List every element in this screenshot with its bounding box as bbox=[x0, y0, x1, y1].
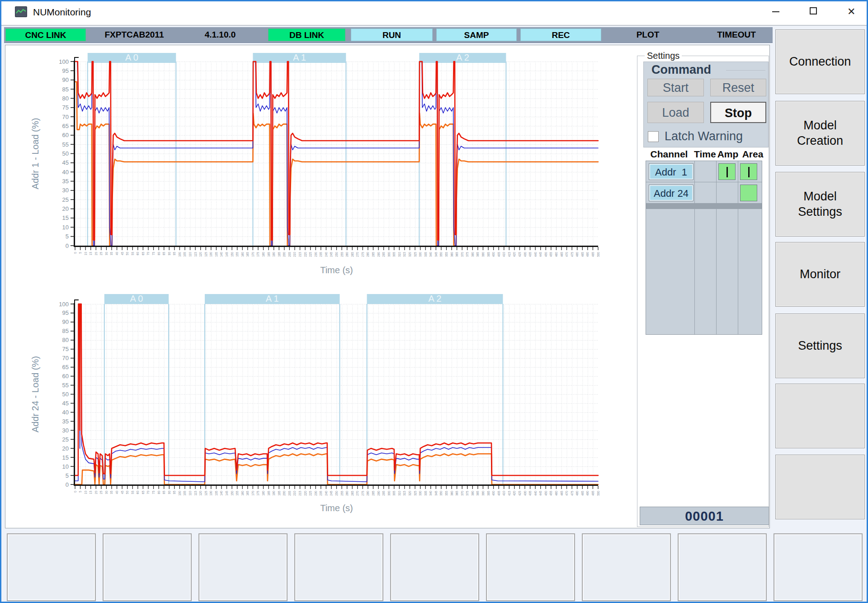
svg-text:485: 485 bbox=[581, 252, 584, 257]
svg-text:275: 275 bbox=[361, 252, 364, 257]
svg-text:175: 175 bbox=[256, 491, 259, 496]
status-bar: CNC LINKFXPTCAB20114.1.10.0DB LINKRUNSAM… bbox=[4, 27, 773, 43]
svg-text:75: 75 bbox=[62, 104, 69, 111]
svg-text:45: 45 bbox=[121, 491, 124, 494]
nav-button-settings[interactable]: Settings bbox=[775, 313, 865, 378]
svg-text:40: 40 bbox=[115, 491, 118, 494]
app-icon bbox=[15, 6, 27, 17]
column-header-amp: Amp bbox=[717, 149, 739, 160]
latch-warning-label: Latch Warning bbox=[665, 129, 743, 143]
nav-button-monitor[interactable]: Monitor bbox=[775, 242, 865, 307]
svg-text:235: 235 bbox=[319, 491, 322, 496]
svg-text:25: 25 bbox=[99, 252, 103, 256]
svg-text:90: 90 bbox=[168, 491, 171, 494]
svg-text:310: 310 bbox=[398, 252, 401, 257]
svg-text:40: 40 bbox=[62, 169, 69, 176]
maximize-button[interactable] bbox=[801, 1, 827, 22]
svg-text:495: 495 bbox=[591, 491, 594, 496]
svg-text:385: 385 bbox=[476, 252, 479, 257]
channel-button-addr-24[interactable]: Addr 24 bbox=[649, 185, 693, 201]
svg-text:115: 115 bbox=[194, 491, 197, 496]
nav-button-connection[interactable]: Connection bbox=[775, 29, 865, 94]
nav-button-empty-6 bbox=[775, 455, 865, 519]
svg-text:265: 265 bbox=[351, 252, 354, 257]
svg-text:160: 160 bbox=[241, 491, 244, 496]
minimize-button[interactable] bbox=[763, 1, 789, 22]
status-indicator-db-link: DB LINK bbox=[268, 28, 345, 41]
svg-text:445: 445 bbox=[539, 491, 542, 496]
svg-text:A 1: A 1 bbox=[293, 52, 306, 62]
status-indicator-cnc-link: CNC LINK bbox=[5, 28, 86, 41]
svg-text:390: 390 bbox=[481, 252, 485, 257]
addr24-load-chart: A 0A 1A 20510152025303540455055606570758… bbox=[19, 289, 607, 522]
bottom-panel-9 bbox=[774, 533, 863, 601]
svg-text:105: 105 bbox=[183, 252, 186, 257]
nav-button-empty-5 bbox=[775, 384, 865, 448]
svg-text:150: 150 bbox=[231, 491, 234, 496]
svg-text:A 1: A 1 bbox=[266, 294, 279, 304]
channel-button-addr-1[interactable]: Addr 1 bbox=[649, 163, 693, 180]
svg-text:215: 215 bbox=[298, 252, 302, 257]
svg-text:185: 185 bbox=[267, 491, 270, 496]
svg-text:395: 395 bbox=[487, 252, 490, 257]
svg-text:55: 55 bbox=[62, 141, 69, 148]
svg-text:0: 0 bbox=[74, 491, 77, 493]
svg-text:170: 170 bbox=[251, 491, 255, 496]
table-separator bbox=[646, 204, 762, 209]
svg-text:5: 5 bbox=[79, 491, 82, 493]
svg-text:260: 260 bbox=[345, 252, 349, 257]
latch-warning-checkbox[interactable] bbox=[648, 131, 659, 142]
reset-button[interactable]: Reset bbox=[710, 79, 766, 96]
load-button[interactable]: Load bbox=[647, 102, 704, 123]
status-indicator-fxptcab2011: FXPTCAB2011 bbox=[93, 28, 175, 41]
svg-text:470: 470 bbox=[565, 252, 568, 257]
start-button[interactable]: Start bbox=[647, 79, 704, 96]
svg-text:280: 280 bbox=[366, 252, 369, 257]
svg-text:140: 140 bbox=[220, 252, 223, 257]
svg-text:410: 410 bbox=[502, 252, 505, 257]
svg-text:135: 135 bbox=[215, 252, 218, 257]
svg-text:480: 480 bbox=[576, 252, 579, 257]
svg-text:15: 15 bbox=[89, 491, 92, 494]
svg-text:260: 260 bbox=[345, 491, 349, 496]
svg-text:455: 455 bbox=[549, 491, 552, 496]
nav-button-model-creation[interactable]: Model Creation bbox=[775, 101, 865, 166]
svg-text:425: 425 bbox=[518, 491, 521, 496]
svg-text:210: 210 bbox=[293, 491, 296, 496]
svg-text:40: 40 bbox=[115, 252, 118, 256]
close-button[interactable]: ✕ bbox=[838, 1, 864, 22]
svg-text:195: 195 bbox=[278, 252, 281, 257]
svg-text:460: 460 bbox=[555, 252, 558, 257]
svg-text:210: 210 bbox=[293, 252, 296, 257]
svg-text:445: 445 bbox=[539, 252, 542, 257]
svg-text:165: 165 bbox=[246, 252, 249, 257]
svg-text:125: 125 bbox=[204, 491, 208, 496]
svg-text:110: 110 bbox=[189, 252, 192, 257]
svg-text:90: 90 bbox=[62, 318, 69, 325]
svg-text:495: 495 bbox=[591, 252, 594, 257]
status-indicator-samp: SAMP bbox=[436, 28, 517, 41]
svg-text:140: 140 bbox=[220, 491, 223, 496]
svg-text:465: 465 bbox=[560, 252, 563, 257]
svg-text:145: 145 bbox=[225, 252, 228, 257]
svg-text:75: 75 bbox=[152, 491, 155, 494]
svg-text:35: 35 bbox=[62, 178, 69, 185]
svg-text:345: 345 bbox=[434, 491, 438, 496]
svg-text:65: 65 bbox=[142, 252, 145, 256]
settings-group-label: Settings bbox=[645, 51, 682, 61]
svg-text:70: 70 bbox=[146, 252, 150, 256]
bottom-panel-6 bbox=[486, 533, 575, 601]
nav-button-model-settings[interactable]: Model Settings bbox=[775, 172, 865, 237]
svg-text:250: 250 bbox=[335, 252, 338, 257]
svg-text:75: 75 bbox=[152, 252, 155, 256]
svg-text:30: 30 bbox=[62, 187, 69, 194]
channel-table: Addr 1Addr 24 bbox=[646, 161, 762, 335]
svg-text:360: 360 bbox=[450, 491, 453, 496]
stop-button[interactable]: Stop bbox=[710, 102, 766, 123]
svg-text:185: 185 bbox=[267, 252, 270, 257]
svg-text:120: 120 bbox=[199, 491, 202, 496]
svg-text:285: 285 bbox=[372, 252, 375, 257]
svg-text:95: 95 bbox=[173, 252, 176, 256]
app-window: NUMonitoring ✕ CNC LINKFXPTCAB20114.1.10… bbox=[0, 0, 868, 603]
svg-text:420: 420 bbox=[513, 491, 516, 496]
